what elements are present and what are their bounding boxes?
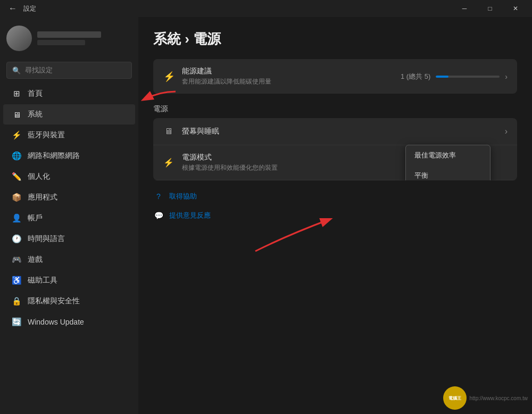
footer-links: ? 取得協助 💬 提供意見反應: [153, 189, 517, 223]
chevron-right-screen: ›: [505, 127, 508, 136]
watermark-url: http://www.kocpc.com.tw: [470, 395, 528, 401]
sidebar-item-accessibility[interactable]: ♿ 磁助工具: [3, 270, 135, 291]
screen-sleep-right: ›: [505, 127, 508, 136]
chevron-right-icon: ›: [505, 72, 508, 81]
titlebar: ← 設定 ─ □ ✕: [0, 0, 532, 17]
energy-icon: ⚡: [163, 70, 176, 83]
personalization-icon: ✏️: [12, 172, 21, 181]
energy-text: 能源建議 套用能源建議以降低能碳使用量: [182, 67, 394, 86]
search-container: 🔍 尋找設定: [0, 60, 138, 83]
energy-progress-fill: [436, 76, 448, 78]
watermark: 電腦王 http://www.kocpc.com.tw: [443, 386, 528, 410]
energy-right: 1 (總共 5) ›: [401, 72, 508, 81]
sidebar-item-time-label: 時間與語言: [28, 234, 65, 244]
accounts-icon: 👤: [12, 213, 21, 223]
search-input[interactable]: 尋找設定: [25, 65, 126, 75]
sidebar-item-gaming-label: 遊戲: [28, 255, 43, 264]
search-box[interactable]: 🔍 尋找設定: [6, 62, 132, 79]
energy-title: 能源建議: [182, 67, 394, 76]
setting-item-screen-sleep[interactable]: 🖥 螢幕與睡眠 ›: [153, 118, 517, 145]
screen-sleep-icon: 🖥: [163, 126, 174, 137]
sidebar-item-network-label: 網路和網際網路: [28, 151, 80, 161]
sidebar-item-accessibility-label: 磁助工具: [28, 276, 57, 285]
dropdown-item-balanced-label: 平衡: [414, 171, 428, 180]
power-section-label: 電源: [153, 104, 517, 114]
windows-update-icon: 🔄: [12, 317, 21, 327]
sidebar-item-bluetooth[interactable]: ⚡ 藍牙與裝置: [3, 125, 135, 145]
search-icon: 🔍: [12, 67, 21, 74]
user-info: [37, 31, 101, 45]
main-content: 系統 › 電源 ⚡ 能源建議 套用能源建議以降低能碳使用量 1 (總共 5) ›…: [138, 17, 532, 414]
system-icon: 🖥: [12, 110, 21, 119]
sidebar-item-home[interactable]: ⊞ 首頁: [3, 84, 135, 104]
sidebar-item-apps[interactable]: 📦 應用程式: [3, 187, 135, 208]
footer-link-help[interactable]: ? 取得協助: [153, 189, 517, 204]
energy-subtitle: 套用能源建議以降低能碳使用量: [182, 77, 394, 86]
back-button[interactable]: ←: [6, 4, 19, 13]
sidebar: 🔍 尋找設定 ⊞ 首頁 🖥 系統 ⚡ 藍牙與裝置 🌐 網路和網際網路: [0, 17, 138, 414]
footer-link-feedback[interactable]: 💬 提供意見反應: [153, 208, 517, 223]
minimize-button[interactable]: ─: [452, 0, 477, 17]
sidebar-item-apps-label: 應用程式: [28, 193, 57, 202]
energy-progress-bar: [436, 76, 500, 78]
sidebar-item-bluetooth-label: 藍牙與裝置: [28, 130, 65, 140]
home-icon: ⊞: [12, 89, 21, 98]
watermark-logo-text: 電腦王: [448, 395, 461, 401]
watermark-logo: 電腦王: [443, 386, 467, 410]
footer-link-help-label: 取得協助: [169, 192, 197, 201]
footer-link-feedback-label: 提供意見反應: [169, 211, 211, 220]
screen-sleep-text: 螢幕與睡眠: [182, 127, 497, 136]
screen-sleep-title: 螢幕與睡眠: [182, 127, 497, 136]
sidebar-item-windows-update-label: Windows Update: [28, 318, 84, 326]
dropdown-item-best-power[interactable]: 最佳電源效率: [406, 145, 490, 165]
apps-icon: 📦: [12, 193, 21, 202]
titlebar-controls: ─ □ ✕: [452, 0, 528, 17]
dropdown-item-balanced[interactable]: 平衡: [406, 165, 490, 180]
sidebar-item-home-label: 首頁: [28, 89, 43, 98]
power-mode-dropdown: 最佳電源效率 平衡 最佳效能: [405, 145, 491, 180]
sidebar-item-system[interactable]: 🖥 系統: [3, 104, 135, 125]
sidebar-item-accounts-label: 帳戶: [28, 213, 43, 223]
sidebar-item-system-label: 系統: [28, 110, 43, 119]
sidebar-item-accounts[interactable]: 👤 帳戶: [3, 208, 135, 228]
settings-group: 🖥 螢幕與睡眠 › ⚡ 電源模式 根據電源使用和效能優化您的裝置 最: [153, 118, 517, 180]
sidebar-item-privacy[interactable]: 🔒 隱私權與安全性: [3, 291, 135, 311]
avatar: [6, 26, 32, 51]
energy-count: 1 (總共 5): [401, 72, 430, 81]
sidebar-item-time[interactable]: 🕐 時間與語言: [3, 229, 135, 249]
user-name-bar: [37, 31, 101, 38]
bluetooth-icon: ⚡: [12, 130, 21, 140]
sidebar-item-privacy-label: 隱私權與安全性: [28, 296, 80, 306]
sidebar-item-gaming[interactable]: 🎮 遊戲: [3, 250, 135, 270]
sidebar-nav: ⊞ 首頁 🖥 系統 ⚡ 藍牙與裝置 🌐 網路和網際網路 ✏️ 個人化 📦 應用: [0, 83, 138, 333]
power-mode-icon: ⚡: [163, 157, 174, 169]
maximize-button[interactable]: □: [478, 0, 502, 17]
user-profile: [0, 17, 138, 60]
titlebar-title: 設定: [23, 4, 36, 13]
accessibility-icon: ♿: [12, 276, 21, 285]
time-icon: 🕐: [12, 234, 21, 244]
user-sub-bar: [37, 40, 85, 45]
close-button[interactable]: ✕: [503, 0, 528, 17]
help-icon: ?: [153, 191, 164, 202]
energy-recommendation-banner[interactable]: ⚡ 能源建議 套用能源建議以降低能碳使用量 1 (總共 5) ›: [153, 59, 517, 94]
network-icon: 🌐: [12, 151, 21, 161]
gaming-icon: 🎮: [12, 255, 21, 264]
sidebar-item-network[interactable]: 🌐 網路和網際網路: [3, 146, 135, 166]
app-body: 🔍 尋找設定 ⊞ 首頁 🖥 系統 ⚡ 藍牙與裝置 🌐 網路和網際網路: [0, 17, 532, 414]
avatar-image: [6, 26, 32, 51]
page-title: 系統 › 電源: [153, 30, 517, 48]
sidebar-item-windows-update[interactable]: 🔄 Windows Update: [3, 312, 135, 332]
feedback-icon: 💬: [153, 210, 164, 221]
titlebar-left: ← 設定: [6, 4, 36, 13]
sidebar-item-personalization-label: 個人化: [28, 172, 50, 181]
sidebar-item-personalization[interactable]: ✏️ 個人化: [3, 167, 135, 187]
dropdown-item-best-power-label: 最佳電源效率: [414, 151, 456, 160]
privacy-icon: 🔒: [12, 296, 21, 306]
